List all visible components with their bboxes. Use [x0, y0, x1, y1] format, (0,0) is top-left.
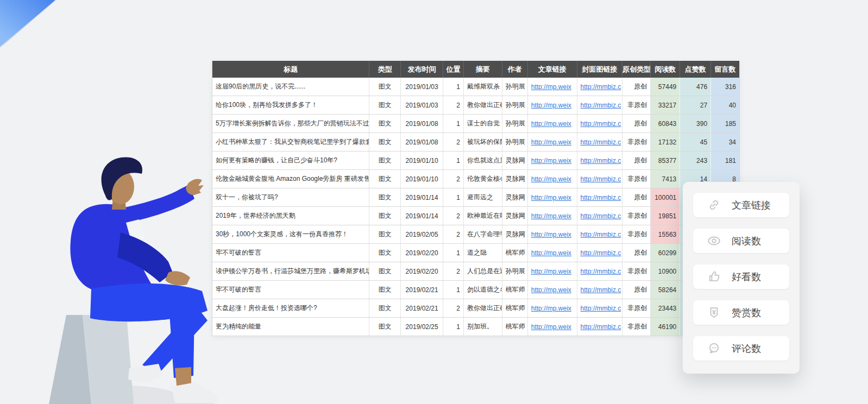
table-header-row: 标题类型发布时间位置摘要作者文章链接封面图链接原创类型阅读数点赞数留言数	[212, 61, 739, 78]
cover-image-link[interactable]: http://mmbiz.c	[581, 175, 621, 183]
panel-option-thumbs-up[interactable]: 好看数	[693, 264, 789, 289]
cell-position: 1	[443, 115, 464, 132]
cell-title: 5万字增长案例拆解告诉你，那些大厂的营销玩法不过如	[212, 115, 369, 132]
cell-summary: 道之隐	[464, 244, 502, 262]
cover-image-link[interactable]: http://mmbiz.c	[581, 138, 621, 146]
cell-article_link: http://mp.weix	[528, 281, 577, 299]
cell-summary: 戴维斯双杀	[464, 78, 502, 96]
cell-article_link: http://mp.weix	[528, 207, 577, 225]
cell-comments: 34	[711, 133, 739, 151]
cell-article_link: http://mp.weix	[528, 318, 577, 336]
cell-position: 2	[443, 262, 464, 280]
article-link[interactable]: http://mp.weix	[531, 212, 571, 220]
cover-image-link[interactable]: http://mmbiz.c	[581, 194, 621, 201]
article-link[interactable]: http://mp.weix	[531, 194, 571, 201]
panel-option-link[interactable]: 文章链接	[693, 193, 789, 217]
cover-image-link[interactable]: http://mmbiz.c	[581, 305, 621, 312]
cell-date: 2019/01/10	[401, 170, 443, 188]
article-link[interactable]: http://mp.weix	[531, 249, 571, 257]
column-header-reads: 阅读数	[651, 61, 680, 78]
article-link[interactable]: http://mp.weix	[531, 83, 571, 91]
cell-author: 灵脉网	[502, 152, 528, 169]
cell-position: 1	[443, 281, 464, 299]
cover-image-link[interactable]: http://mmbiz.c	[581, 157, 621, 165]
cell-date: 2019/02/21	[401, 299, 443, 317]
cell-cover_link: http://mmbiz.c	[577, 170, 623, 188]
cell-position: 2	[443, 225, 464, 243]
cell-article_link: http://mp.weix	[528, 96, 577, 114]
cell-comments: 181	[711, 152, 739, 169]
cell-date: 2019/02/21	[401, 281, 443, 299]
cell-type: 图文	[369, 152, 401, 169]
cell-date: 2019/01/03	[401, 78, 443, 96]
cell-position: 2	[443, 96, 464, 114]
cell-author: 灵脉网	[502, 225, 528, 243]
article-link[interactable]: http://mp.weix	[531, 120, 571, 128]
cover-image-link[interactable]: http://mmbiz.c	[581, 102, 621, 109]
cell-article_link: http://mp.weix	[528, 244, 577, 262]
cell-summary: 你也就这点见	[464, 152, 502, 169]
article-link[interactable]: http://mp.weix	[531, 157, 571, 165]
cell-comments: 316	[711, 78, 739, 96]
panel-option-eye[interactable]: 阅读数	[693, 229, 789, 253]
cell-position: 1	[443, 188, 464, 206]
article-link[interactable]: http://mp.weix	[531, 231, 571, 238]
panel-option-comment[interactable]: 评论数	[693, 336, 789, 361]
table-row: 如何更有策略的赚钱，让自己少奋斗10年?图文2019/01/101你也就这点见灵…	[212, 152, 739, 170]
cell-reads: 100001	[651, 188, 680, 206]
cover-image-link[interactable]: http://mmbiz.c	[581, 212, 621, 220]
cover-image-link[interactable]: http://mmbiz.c	[581, 268, 621, 275]
cell-summary: 教你做出正确	[464, 96, 502, 114]
cell-title: 给你100块，别再给我发拼多多了！	[212, 96, 369, 114]
cell-author: 灵脉网	[502, 207, 528, 225]
article-link[interactable]: http://mp.weix	[531, 286, 571, 294]
cover-image-link[interactable]: http://mmbiz.c	[581, 286, 621, 294]
cell-likes: 27	[680, 96, 711, 114]
cell-reads: 7413	[651, 170, 680, 188]
cell-original_type: 非原创	[622, 299, 651, 317]
article-link[interactable]: http://mp.weix	[531, 305, 571, 312]
panel-option-label: 文章链接	[732, 199, 771, 212]
cell-cover_link: http://mmbiz.c	[577, 133, 623, 151]
article-link[interactable]: http://mp.weix	[531, 323, 571, 331]
column-header-comments: 留言数	[711, 61, 739, 78]
cell-original_type: 非原创	[622, 262, 651, 280]
cell-likes: 243	[680, 152, 711, 169]
cell-article_link: http://mp.weix	[528, 115, 577, 132]
cell-type: 图文	[369, 262, 401, 280]
cell-type: 图文	[369, 96, 401, 114]
cell-type: 图文	[369, 188, 401, 206]
cell-date: 2019/02/05	[401, 225, 443, 243]
cell-date: 2019/02/25	[401, 318, 443, 336]
table-row: 牢不可破的誓言图文2019/02/211勿以道德之名桃军师http://mp.w…	[212, 281, 739, 299]
cover-image-link[interactable]: http://mmbiz.c	[581, 249, 621, 257]
cell-article_link: http://mp.weix	[528, 133, 577, 151]
cell-title: 双十一，你被坑了吗?	[212, 188, 369, 206]
cover-image-link[interactable]: http://mmbiz.c	[581, 120, 621, 128]
article-link[interactable]: http://mp.weix	[531, 102, 571, 109]
cell-date: 2019/01/14	[401, 188, 443, 206]
article-link[interactable]: http://mp.weix	[531, 268, 571, 275]
table-row: 牢不可破的誓言图文2019/02/201道之隐桃军师http://mp.weix…	[212, 244, 739, 262]
far-shoe	[128, 364, 163, 382]
cell-cover_link: http://mmbiz.c	[577, 244, 623, 262]
cell-comments: 40	[711, 96, 739, 114]
cell-author: 桃军师	[502, 244, 528, 262]
cell-original_type: 原创	[622, 281, 651, 299]
article-link[interactable]: http://mp.weix	[531, 175, 571, 183]
cell-cover_link: http://mmbiz.c	[577, 207, 623, 225]
thumbs-up-icon	[707, 269, 721, 284]
cell-cover_link: http://mmbiz.c	[577, 152, 623, 169]
panel-option-reward[interactable]: 赞赏数	[693, 300, 789, 325]
cover-image-link[interactable]: http://mmbiz.c	[581, 323, 621, 331]
cover-image-link[interactable]: http://mmbiz.c	[581, 231, 621, 238]
cell-type: 图文	[369, 244, 401, 262]
pointing-hand	[186, 179, 204, 195]
table-row: 5万字增长案例拆解告诉你，那些大厂的营销玩法不过如图文2019/01/081谋士…	[212, 115, 739, 133]
lower-hand	[165, 271, 190, 285]
cell-reads: 60299	[651, 244, 680, 262]
page-root: 标题类型发布时间位置摘要作者文章链接封面图链接原创类型阅读数点赞数留言数 这届9…	[0, 0, 868, 404]
cell-reads: 57449	[651, 78, 680, 96]
cover-image-link[interactable]: http://mmbiz.c	[581, 83, 621, 91]
article-link[interactable]: http://mp.weix	[531, 138, 571, 146]
